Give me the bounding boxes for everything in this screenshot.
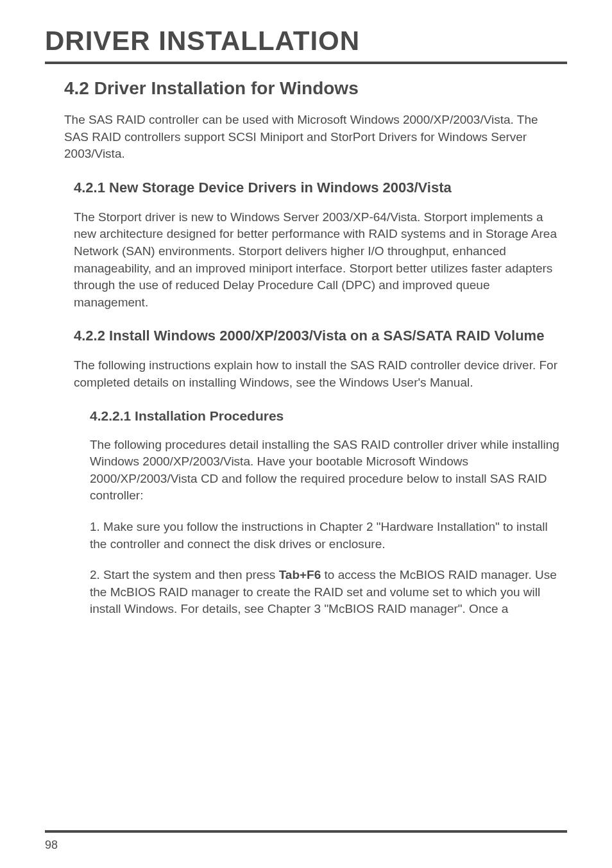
title-divider: [45, 62, 567, 64]
step-2-before: 2. Start the system and then press: [90, 568, 279, 581]
subsubsection-heading: 4.2.2.1 Installation Procedures: [90, 408, 567, 424]
procedure-step-1: 1. Make sure you follow the instructions…: [90, 519, 561, 553]
subsection-1-heading: 4.2.1 New Storage Device Drivers in Wind…: [74, 179, 561, 196]
procedure-step-2: 2. Start the system and then press Tab+F…: [90, 567, 561, 618]
subsection-2-text: The following instructions explain how t…: [74, 357, 561, 391]
subsection-2-heading: 4.2.2 Install Windows 2000/XP/2003/Vista…: [74, 328, 561, 344]
procedure-intro: The following procedures detail installi…: [90, 437, 561, 505]
footer-divider: [45, 830, 567, 833]
section-intro-text: The SAS RAID controller can be used with…: [64, 112, 561, 163]
page-title: DRIVER INSTALLATION: [45, 26, 567, 56]
step-2-keyboard-shortcut: Tab+F6: [279, 568, 321, 581]
subsection-1-text: The Storport driver is new to Windows Se…: [74, 209, 561, 312]
section-heading: 4.2 Driver Installation for Windows: [64, 78, 567, 99]
page-number: 98: [45, 839, 58, 852]
